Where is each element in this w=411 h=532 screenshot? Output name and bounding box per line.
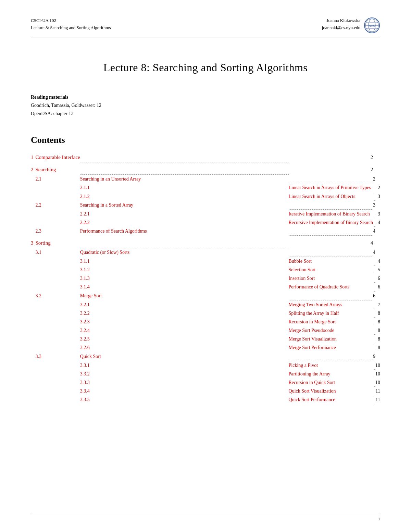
toc-sub2-item: 3.3.1Picking a Pivot10 [31,361,380,370]
toc-sub1-item: 3.3Quick Sort9 [31,352,380,361]
toc-sub2-item: 3.1.1Bubble Sort4 [31,257,380,265]
toc-top-item: 2Searching2 [31,164,380,175]
toc-sub1-item: 2.3Performance of Search Algorithms4 [31,227,380,236]
footer: 1 [31,514,380,522]
toc-table: 1Comparable Interface22Searching2 2.1Sea… [31,152,380,404]
toc-sub2-item: 3.2.4Merge Sort Pseudocode8 [31,326,380,335]
contents-section: Contents 1Comparable Interface22Searchin… [31,135,380,404]
toc-sub2-item: 2.1.1Linear Search in Arrays of Primitiv… [31,183,380,192]
toc-sub2-item: 3.2.5Merge Sort Visualization8 [31,335,380,343]
header: CSCI-UA 102 Lecture 8: Searching and Sor… [31,17,380,37]
toc-sub2-item: 3.3.2Partitioning the Array10 [31,370,380,378]
nyu-logo: NYU [364,17,380,34]
author-email: joannakl@cs.nyu.edu [322,24,360,32]
author-name: Joanna Klukowska [322,17,360,24]
toc-sub2-item: 2.2.2Recursive Implementation of Binary … [31,218,380,227]
toc-sub2-item: 3.1.4Performance of Quadratic Sorts6 [31,283,380,291]
toc-sub1-item: 2.1Searching in an Unsorted Array2 [31,175,380,184]
header-left: CSCI-UA 102 Lecture 8: Searching and Sor… [31,17,111,32]
author-info: Joanna Klukowska joannakl@cs.nyu.edu [322,17,360,32]
toc-sub1-item: 3.1Quadratic (or Slow) Sorts4 [31,248,380,257]
svg-text:NYU: NYU [369,24,375,27]
toc-sub2-item: 3.2.2Splitting the Array in Half8 [31,309,380,318]
toc-sub2-item: 2.2.1Iterative Implementation of Binary … [31,210,380,218]
reading-heading: Reading materials [31,95,380,100]
toc-sub2-item: 3.1.2Selection Sort5 [31,265,380,274]
toc-sub1-item: 3.2Merge Sort6 [31,292,380,300]
toc-sub2-item: 3.2.1Merging Two Sorted Arrays7 [31,300,380,309]
reading-section: Reading materials Goodrich, Tamassia, Go… [31,95,380,118]
page: CSCI-UA 102 Lecture 8: Searching and Sor… [0,0,411,532]
course-code: CSCI-UA 102 [31,17,111,24]
page-number: 1 [378,516,381,521]
toc-sub2-item: 3.1.3Insertion Sort6 [31,274,380,283]
reading-line2: OpenDSA: chapter 13 [31,110,380,118]
toc-sub2-item: 3.3.4Quick Sort Visualization11 [31,387,380,395]
main-title: Lecture 8: Searching and Sorting Algorit… [31,61,380,74]
toc-sub2-item: 3.3.3Recursion in Quick Sort10 [31,378,380,387]
toc-sub2-item: 3.2.6Merge Sort Performance8 [31,343,380,352]
toc-top-item: 3Sorting4 [31,238,380,248]
contents-heading: Contents [31,135,380,145]
toc-sub2-item: 3.2.3Recursion in Merge Sort8 [31,318,380,326]
toc-sub2-item: 3.3.5Quick Sort Performance11 [31,395,380,404]
header-right: Joanna Klukowska joannakl@cs.nyu.edu NYU [322,17,380,34]
toc-top-item: 1Comparable Interface2 [31,152,380,162]
toc-sub1-item: 2.2Searching in a Sorted Array3 [31,201,380,210]
lecture-subtitle: Lecture 8: Searching and Sorting Algorit… [31,24,111,32]
toc-sub2-item: 2.1.2Linear Search in Arrays of Objects3 [31,192,380,201]
reading-line1: Goodrich, Tamassia, Goldwasser: 12 [31,101,380,110]
